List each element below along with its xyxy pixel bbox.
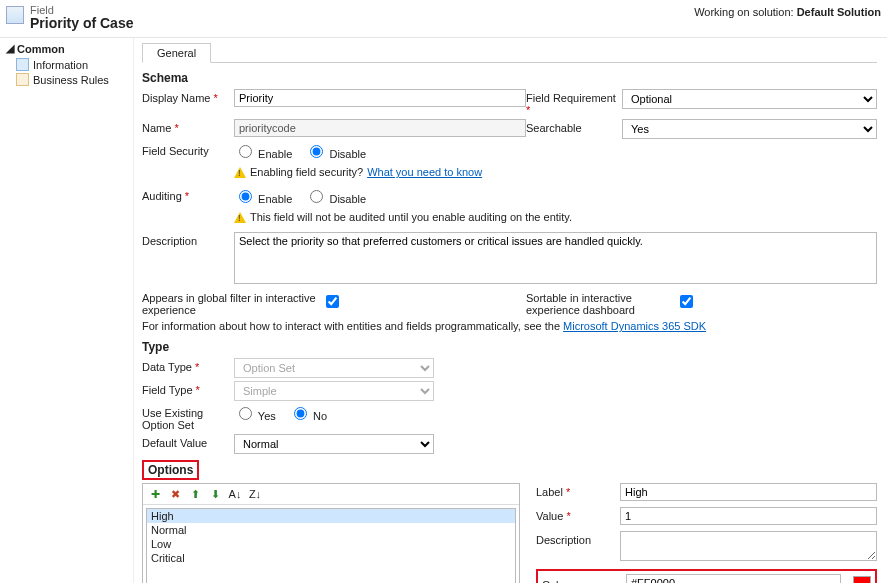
option-value-label: Value: [536, 507, 620, 522]
sidebar-item-label: Information: [33, 59, 88, 71]
field-security-warning: Enabling field security? What you need t…: [234, 166, 877, 178]
sortable-label: Sortable in interactive experience dashb…: [526, 292, 676, 316]
header-text: Field Priority of Case: [30, 4, 694, 31]
option-color-input[interactable]: [626, 574, 841, 583]
data-type-label: Data Type: [142, 358, 234, 373]
field-security-enable[interactable]: Enable: [234, 148, 292, 160]
data-type-select: Option Set: [234, 358, 434, 378]
list-item[interactable]: Low: [147, 537, 515, 551]
option-description-input[interactable]: [620, 531, 877, 561]
sidebar-item-label: Business Rules: [33, 74, 109, 86]
add-option-icon[interactable]: ✚: [148, 487, 162, 501]
name-input: [234, 119, 526, 137]
sdk-info-line: For information about how to interact wi…: [142, 320, 877, 332]
field-requirement-label: Field Requirement: [526, 89, 622, 116]
searchable-label: Searchable: [526, 119, 622, 134]
option-label-input[interactable]: [620, 483, 877, 501]
use-existing-yes[interactable]: Yes: [234, 410, 276, 422]
sort-asc-icon[interactable]: A↓: [228, 487, 242, 501]
options-list[interactable]: High Normal Low Critical: [146, 508, 516, 583]
field-requirement-select[interactable]: Optional: [622, 89, 877, 109]
main-panel: General Schema Display Name Field Requir…: [134, 38, 887, 583]
searchable-select[interactable]: Yes: [622, 119, 877, 139]
use-existing-no[interactable]: No: [289, 410, 327, 422]
page-title: Priority of Case: [30, 16, 694, 31]
option-description-label: Description: [536, 531, 620, 546]
move-up-icon[interactable]: ⬆: [188, 487, 202, 501]
default-value-select[interactable]: Normal: [234, 434, 434, 454]
option-value-input[interactable]: [620, 507, 877, 525]
schema-heading: Schema: [142, 71, 877, 85]
page-header: Field Priority of Case Working on soluti…: [0, 0, 887, 38]
option-color-label: Color: [542, 576, 618, 583]
auditing-label: Auditing: [142, 187, 234, 202]
options-panel: ✚ ✖ ⬆ ⬇ A↓ Z↓ High Normal Low Critical: [142, 483, 520, 583]
field-security-label: Field Security: [142, 142, 234, 157]
collapse-icon: ◢: [6, 42, 14, 55]
auditing-enable[interactable]: Enable: [234, 193, 292, 205]
use-existing-label: Use Existing Option Set: [142, 404, 234, 431]
options-toolbar: ✚ ✖ ⬆ ⬇ A↓ Z↓: [143, 484, 519, 505]
information-icon: [16, 58, 29, 71]
list-item[interactable]: Normal: [147, 523, 515, 537]
color-swatch[interactable]: [853, 576, 871, 583]
display-name-label: Display Name: [142, 89, 234, 104]
solution-label: Working on solution:: [694, 6, 793, 18]
sdk-link[interactable]: Microsoft Dynamics 365 SDK: [563, 320, 706, 332]
tab-general[interactable]: General: [142, 43, 211, 63]
tab-bar: General: [142, 42, 877, 63]
solution-indicator: Working on solution: Default Solution: [694, 6, 881, 18]
field-security-disable[interactable]: Disable: [305, 148, 366, 160]
display-name-input[interactable]: [234, 89, 526, 107]
list-item[interactable]: Critical: [147, 551, 515, 565]
global-filter-label: Appears in global filter in interactive …: [142, 292, 322, 316]
sidebar-group-label: Common: [17, 43, 65, 55]
sidebar-group-common[interactable]: ◢ Common: [6, 42, 127, 55]
description-input[interactable]: [234, 232, 877, 284]
option-label-label: Label: [536, 483, 620, 498]
delete-option-icon[interactable]: ✖: [168, 487, 182, 501]
field-security-learn-link[interactable]: What you need to know: [367, 166, 482, 178]
field-type-label: Field Type: [142, 381, 234, 396]
name-label: Name: [142, 119, 234, 134]
sidebar-item-information[interactable]: Information: [16, 57, 127, 72]
default-value-label: Default Value: [142, 434, 234, 449]
business-rules-icon: [16, 73, 29, 86]
solution-value: Default Solution: [797, 6, 881, 18]
auditing-disable[interactable]: Disable: [305, 193, 366, 205]
description-label: Description: [142, 232, 234, 247]
option-color-row: Color: [536, 569, 877, 583]
option-detail-panel: Label Value Description Color: [536, 483, 877, 583]
type-heading: Type: [142, 340, 877, 354]
list-item[interactable]: High: [147, 509, 515, 523]
options-heading: Options: [142, 460, 199, 480]
entity-icon: [6, 6, 24, 24]
sidebar: ◢ Common Information Business Rules: [0, 38, 134, 583]
field-type-select: Simple: [234, 381, 434, 401]
sidebar-item-business-rules[interactable]: Business Rules: [16, 72, 127, 87]
warning-icon: [234, 212, 246, 223]
warning-icon: [234, 167, 246, 178]
sortable-checkbox[interactable]: [680, 295, 693, 308]
move-down-icon[interactable]: ⬇: [208, 487, 222, 501]
auditing-warning: This field will not be audited until you…: [234, 211, 877, 223]
global-filter-checkbox[interactable]: [326, 295, 339, 308]
sort-desc-icon[interactable]: Z↓: [248, 487, 262, 501]
